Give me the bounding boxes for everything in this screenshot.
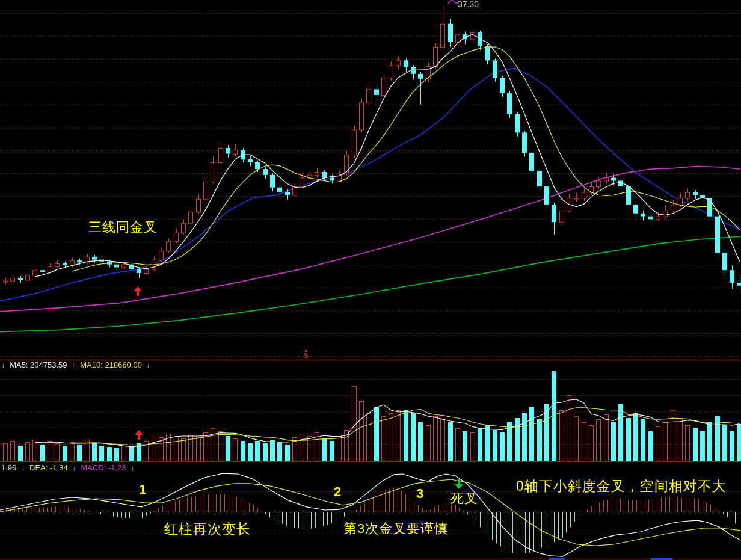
arrow-stem [137,291,139,296]
volume-ma10-arrow-icon: ↓ [147,360,151,369]
volume-buy-arrow-icon [135,430,143,440]
volume-lead-arrow-icon: ↓ [1,360,5,369]
arrow-stem [458,479,460,484]
main-chart-note: 三线同金叉 [88,221,158,234]
peak-price-label: 37.30 [458,0,479,8]
volume-header: ↓ MA5: 204753.59 ↑ MA10: 218660.00 ↓ [1,361,153,369]
macd-dif-arrow-icon: ↓ [21,463,25,472]
macd-dea-arrow-icon: ↓ [72,463,76,472]
macd-macd-label: MACD: -1.23 [81,463,126,472]
macd-header: 1.96 ↓ DEA: -1.34 ↓ MACD: -1.23 ↓ [1,464,137,472]
arrow-head [455,484,463,489]
volume-ma5-label: MA5: 204753.59 [10,360,67,369]
arrow-stem [138,435,140,440]
arrow-head [134,286,142,291]
volume-ma5-arrow-icon: ↑ [72,360,76,369]
sell-marker: S [304,350,308,359]
volume-ma10-label: MA10: 218660.00 [80,360,142,369]
arrow-head [135,430,143,435]
dead-cross-arrow-icon [455,479,463,489]
buy-signal-arrow-icon [134,286,142,296]
stock-chart-root: 37.30 三线同金叉 S ↓ MA5: 204753.59 ↑ MA10: 2… [0,0,741,560]
macd-macd-arrow-icon: ↓ [131,463,135,472]
macd-dif-value: 1.96 [1,463,16,472]
stock-chart-canvas[interactable] [0,0,741,560]
golden-cross-label-1: 1 [139,483,146,496]
golden-cross-label-2: 2 [334,485,341,499]
dead-cross-note: 死叉 [450,492,478,505]
red-bar-note: 红柱再次变长 [164,522,251,536]
third-cross-note: 第3次金叉要谨慎 [343,522,448,535]
macd-dea-label: DEA: -1.34 [29,463,68,472]
golden-cross-label-3: 3 [416,487,423,500]
golden-cross-note: 0轴下小斜度金叉，空间相对不大 [516,479,727,493]
